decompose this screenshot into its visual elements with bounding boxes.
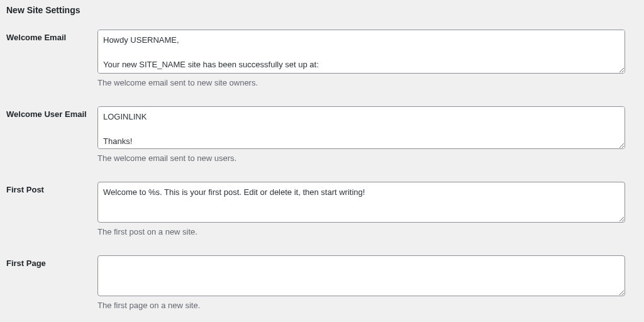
welcome-user-email-label: Welcome User Email xyxy=(6,97,97,172)
welcome-user-email-description: The welcome email sent to new users. xyxy=(97,153,625,163)
settings-form-table: Welcome Email The welcome email sent to … xyxy=(6,20,631,322)
first-post-label: First Post xyxy=(6,172,97,246)
section-heading: New Site Settings xyxy=(6,5,631,15)
welcome-user-email-textarea[interactable] xyxy=(97,106,625,149)
first-comment-label: First Comment xyxy=(6,319,97,322)
welcome-email-label: Welcome Email xyxy=(6,20,97,97)
first-page-label: First Page xyxy=(6,246,97,319)
first-post-description: The first post on a new site. xyxy=(97,227,625,236)
first-page-description: The first page on a new site. xyxy=(97,301,625,310)
first-page-textarea[interactable] xyxy=(97,255,625,296)
first-post-textarea[interactable] xyxy=(97,182,625,223)
welcome-email-description: The welcome email sent to new site owner… xyxy=(97,78,625,87)
welcome-email-textarea[interactable] xyxy=(97,30,625,74)
